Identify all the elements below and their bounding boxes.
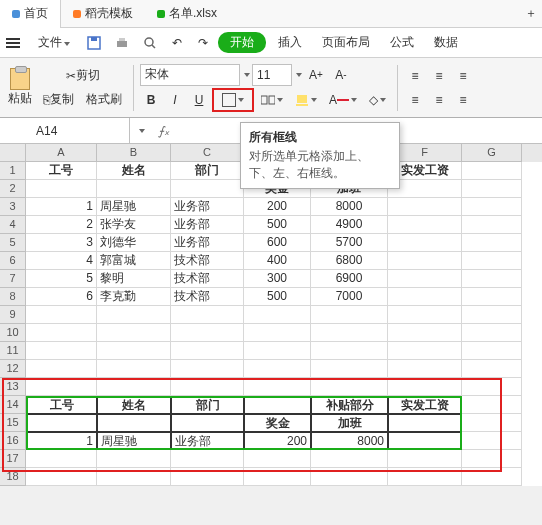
- cell[interactable]: 500: [244, 288, 311, 306]
- cell[interactable]: 6900: [311, 270, 388, 288]
- cell[interactable]: 技术部: [171, 270, 244, 288]
- cell[interactable]: [388, 450, 462, 468]
- menu-insert[interactable]: 插入: [270, 32, 310, 53]
- cell[interactable]: [244, 324, 311, 342]
- cell[interactable]: [26, 468, 97, 486]
- cell[interactable]: 5: [26, 270, 97, 288]
- cell[interactable]: [462, 414, 522, 432]
- cell[interactable]: [388, 378, 462, 396]
- file-menu[interactable]: 文件: [30, 32, 78, 53]
- cell[interactable]: [462, 252, 522, 270]
- cell[interactable]: 7000: [311, 288, 388, 306]
- cell[interactable]: [26, 180, 97, 198]
- cell[interactable]: [462, 468, 522, 486]
- cell[interactable]: 400: [244, 252, 311, 270]
- cell[interactable]: [311, 306, 388, 324]
- cell[interactable]: [462, 270, 522, 288]
- cell[interactable]: 4: [26, 252, 97, 270]
- italic-button[interactable]: I: [164, 89, 186, 111]
- row-header[interactable]: 17: [0, 450, 26, 468]
- cell[interactable]: [388, 342, 462, 360]
- qat-redo[interactable]: ↷: [192, 32, 214, 54]
- cut-button[interactable]: ✂ 剪切: [38, 65, 127, 87]
- cell[interactable]: [388, 216, 462, 234]
- cell[interactable]: [97, 324, 171, 342]
- cell[interactable]: [26, 378, 97, 396]
- cell[interactable]: 周星驰: [97, 198, 171, 216]
- decrease-font-button[interactable]: A-: [330, 64, 352, 86]
- name-box[interactable]: A14: [0, 118, 130, 143]
- cell[interactable]: 郭富城: [97, 252, 171, 270]
- cell[interactable]: [26, 360, 97, 378]
- cell[interactable]: [244, 306, 311, 324]
- cell[interactable]: [311, 468, 388, 486]
- align-center-button[interactable]: ≡: [428, 89, 450, 111]
- cell[interactable]: [171, 324, 244, 342]
- row-header[interactable]: 4: [0, 216, 26, 234]
- cell[interactable]: [97, 468, 171, 486]
- cell[interactable]: [462, 396, 522, 414]
- row-header[interactable]: 2: [0, 180, 26, 198]
- cell[interactable]: 加班: [311, 414, 388, 432]
- row-header[interactable]: 15: [0, 414, 26, 432]
- cell[interactable]: 8000: [311, 432, 388, 450]
- font-color-button[interactable]: A: [324, 89, 362, 111]
- cell[interactable]: [171, 378, 244, 396]
- cell[interactable]: 张学友: [97, 216, 171, 234]
- row-header[interactable]: 8: [0, 288, 26, 306]
- menu-layout[interactable]: 页面布局: [314, 32, 378, 53]
- cell[interactable]: [462, 162, 522, 180]
- cell[interactable]: [311, 378, 388, 396]
- tab-templates[interactable]: 稻壳模板: [61, 0, 145, 28]
- row-header[interactable]: 6: [0, 252, 26, 270]
- menu-data[interactable]: 数据: [426, 32, 466, 53]
- cell[interactable]: 500: [244, 216, 311, 234]
- paste-button[interactable]: 粘贴: [6, 66, 34, 109]
- cell[interactable]: [171, 180, 244, 198]
- chevron-down-icon[interactable]: [296, 73, 302, 77]
- underline-button[interactable]: U: [188, 89, 210, 111]
- cell[interactable]: [388, 432, 462, 450]
- col-header[interactable]: C: [171, 144, 244, 162]
- cell[interactable]: 业务部: [171, 234, 244, 252]
- menu-icon[interactable]: [6, 38, 20, 48]
- cell[interactable]: 工号: [26, 162, 97, 180]
- row-header[interactable]: 16: [0, 432, 26, 450]
- cell[interactable]: [388, 234, 462, 252]
- format-painter-button[interactable]: 格式刷: [81, 89, 127, 111]
- cell[interactable]: [462, 288, 522, 306]
- cell[interactable]: 300: [244, 270, 311, 288]
- select-all-corner[interactable]: [0, 144, 26, 162]
- row-header[interactable]: 11: [0, 342, 26, 360]
- font-size-selector[interactable]: 11: [252, 64, 292, 86]
- menu-formula[interactable]: 公式: [382, 32, 422, 53]
- qat-undo[interactable]: ↶: [166, 32, 188, 54]
- cell[interactable]: 黎明: [97, 270, 171, 288]
- cell[interactable]: 6: [26, 288, 97, 306]
- cell[interactable]: [244, 468, 311, 486]
- cell[interactable]: [26, 342, 97, 360]
- align-left-button[interactable]: ≡: [404, 89, 426, 111]
- cell[interactable]: [388, 270, 462, 288]
- cell[interactable]: [97, 378, 171, 396]
- cell[interactable]: [311, 450, 388, 468]
- cell[interactable]: [97, 450, 171, 468]
- cell[interactable]: 技术部: [171, 252, 244, 270]
- cell[interactable]: [171, 468, 244, 486]
- cell[interactable]: 200: [244, 198, 311, 216]
- cell[interactable]: [97, 414, 171, 432]
- cell[interactable]: 5700: [311, 234, 388, 252]
- cell[interactable]: 1: [26, 198, 97, 216]
- cell[interactable]: [462, 306, 522, 324]
- cell[interactable]: 周星驰: [97, 432, 171, 450]
- cell[interactable]: 8000: [311, 198, 388, 216]
- cell[interactable]: 技术部: [171, 288, 244, 306]
- cell[interactable]: [462, 342, 522, 360]
- cell[interactable]: 600: [244, 234, 311, 252]
- cell[interactable]: [26, 324, 97, 342]
- row-header[interactable]: 12: [0, 360, 26, 378]
- cell[interactable]: [26, 414, 97, 432]
- cell[interactable]: [462, 216, 522, 234]
- align-bottom-button[interactable]: ≡: [452, 65, 474, 87]
- cell[interactable]: 姓名: [97, 396, 171, 414]
